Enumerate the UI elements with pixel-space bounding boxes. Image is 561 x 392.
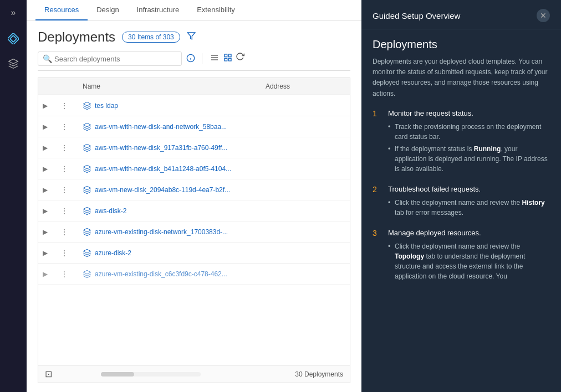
more-icon[interactable]: ⋮ [60, 101, 69, 110]
row-expand-cell[interactable]: ▶ [38, 225, 56, 239]
guided-panel-title: Guided Setup Overview [373, 11, 460, 20]
sidebar-toggle-button[interactable]: » [8, 4, 19, 21]
expand-icon[interactable]: ▶ [43, 228, 48, 236]
tab-extensibility[interactable]: Extensibility [188, 0, 244, 20]
more-icon[interactable]: ⋮ [60, 164, 69, 173]
row-name-cell[interactable]: aws-vm-new-disk_2094ab8c-119d-4ea7-b2f..… [78, 182, 261, 198]
table-row[interactable]: ▶ ⋮ azure-vm-existing-disk-network_17003… [38, 221, 350, 243]
row-expand-cell[interactable]: ▶ [38, 162, 56, 176]
guided-body: Deployments Deployments are your deploye… [361, 29, 561, 301]
row-name-cell[interactable]: azure-vm-existing-disk_c6c3fd9c-c478-462… [78, 266, 261, 282]
row-menu-cell[interactable]: ⋮ [56, 161, 78, 177]
running-text: Running [474, 145, 501, 153]
step-3-content: Manage deployed resources. Click the dep… [388, 229, 550, 283]
guided-section-title: Deployments [373, 38, 550, 51]
expand-icon[interactable]: ▶ [43, 207, 48, 215]
tab-infrastructure[interactable]: Infrastructure [128, 0, 188, 20]
table-row[interactable]: ▶ ⋮ aws-disk-2 [38, 200, 350, 221]
row-expand-cell[interactable]: ▶ [38, 183, 56, 197]
row-expand-cell[interactable]: ▶ [38, 204, 56, 218]
tab-design[interactable]: Design [88, 0, 128, 20]
row-name-cell[interactable]: azure-vm-existing-disk-network_1700383d-… [78, 224, 261, 240]
row-menu-cell[interactable]: ⋮ [56, 224, 78, 240]
row-expand-cell[interactable]: ▶ [38, 267, 56, 281]
info-icon[interactable] [186, 54, 195, 64]
row-menu-cell[interactable]: ⋮ [56, 182, 78, 198]
list-view-icon[interactable] [209, 52, 220, 65]
svg-rect-1 [10, 35, 17, 42]
more-icon[interactable]: ⋮ [60, 249, 69, 257]
more-icon[interactable]: ⋮ [60, 228, 69, 236]
footer-expand-icon[interactable]: ⊡ [45, 369, 52, 379]
row-menu-cell[interactable]: ⋮ [56, 203, 78, 219]
svg-rect-12 [228, 58, 231, 61]
expand-icon[interactable]: ▶ [43, 186, 48, 194]
table-header: Name Address [38, 78, 350, 95]
step-1-content: Monitor the request status. Track the pr… [388, 109, 550, 176]
row-menu-cell[interactable]: ⋮ [56, 98, 78, 114]
table-row[interactable]: ▶ ⋮ azure-disk-2 [38, 243, 350, 264]
row-address-cell [261, 208, 350, 214]
cube-icon[interactable] [8, 53, 19, 78]
h-scrollbar-thumb[interactable] [101, 372, 134, 376]
view-toggle [209, 52, 244, 65]
refresh-icon[interactable] [236, 52, 244, 65]
table-row[interactable]: ▶ ⋮ aws-vm-with-new-disk-and-network_58b… [38, 116, 350, 137]
expand-icon[interactable]: ▶ [43, 165, 48, 173]
table-row[interactable]: ▶ ⋮ azure-vm-existing-disk_c6c3fd9c-c478… [38, 264, 350, 285]
col-expand [38, 82, 56, 90]
close-button[interactable]: ✕ [537, 9, 550, 22]
svg-rect-9 [225, 54, 227, 57]
page-header: Deployments 30 Items of 303 [38, 29, 350, 45]
horizontal-scrollbar[interactable] [101, 372, 201, 376]
row-expand-cell[interactable]: ▶ [38, 246, 56, 260]
step-1: 1 Monitor the request status. Track the … [373, 109, 550, 176]
expand-icon[interactable]: ▶ [43, 144, 48, 152]
footer-count: 30 Deployments [295, 370, 343, 378]
topology-text: Topology [395, 252, 424, 260]
row-name-cell[interactable]: aws-vm-with-new-disk_917a31fb-a760-49ff.… [78, 140, 261, 156]
row-expand-cell[interactable]: ▶ [38, 120, 56, 134]
expand-icon[interactable]: ▶ [43, 102, 48, 110]
step-1-bullet-2: If the deployment status is Running, you… [388, 144, 550, 174]
row-name-cell[interactable]: aws-disk-2 [78, 203, 261, 219]
table-row[interactable]: ▶ ⋮ aws-vm-with-new-disk_b41a1248-a0f5-4… [38, 158, 350, 179]
more-icon[interactable]: ⋮ [60, 185, 69, 194]
table-row[interactable]: ▶ ⋮ aws-vm-with-new-disk_917a31fb-a760-4… [38, 137, 350, 158]
row-menu-cell[interactable]: ⋮ [56, 245, 78, 261]
deployment-name: azure-vm-existing-disk-network_1700383d-… [83, 228, 228, 236]
diamond-icon[interactable] [8, 28, 19, 53]
row-name-cell[interactable]: tes ldap [78, 98, 261, 114]
more-icon[interactable]: ⋮ [60, 270, 69, 278]
guided-description: Deployments are your deployed cloud temp… [373, 56, 550, 99]
row-address-cell [261, 145, 350, 151]
svg-marker-2 [187, 33, 195, 39]
search-input[interactable] [54, 55, 177, 63]
row-name-cell[interactable]: aws-vm-with-new-disk-and-network_58baa..… [78, 119, 261, 135]
row-expand-cell[interactable]: ▶ [38, 141, 56, 155]
expand-icon[interactable]: ▶ [43, 270, 48, 278]
row-address-cell [261, 229, 350, 235]
tab-resources[interactable]: Resources [35, 0, 88, 20]
svg-rect-11 [225, 58, 227, 61]
page-content: Deployments 30 Items of 303 🔍 [27, 20, 361, 392]
row-name-cell[interactable]: aws-vm-with-new-disk_b41a1248-a0f5-4104.… [78, 161, 261, 177]
expand-icon[interactable]: ▶ [43, 123, 48, 131]
history-text: History [522, 199, 544, 207]
table-row[interactable]: ▶ ⋮ tes ldap [38, 95, 350, 116]
row-expand-cell[interactable]: ▶ [38, 99, 56, 113]
row-menu-cell[interactable]: ⋮ [56, 119, 78, 135]
table-row[interactable]: ▶ ⋮ aws-vm-new-disk_2094ab8c-119d-4ea7-b… [38, 179, 350, 200]
row-name-cell[interactable]: azure-disk-2 [78, 245, 261, 261]
sidebar: » [0, 0, 27, 392]
filter-icon[interactable] [187, 32, 196, 43]
more-icon[interactable]: ⋮ [60, 122, 69, 131]
step-1-heading: Monitor the request status. [388, 109, 550, 117]
row-menu-cell[interactable]: ⋮ [56, 140, 78, 156]
expand-icon[interactable]: ▶ [43, 249, 48, 257]
more-icon[interactable]: ⋮ [60, 207, 69, 215]
more-icon[interactable]: ⋮ [60, 143, 69, 152]
grid-view-icon[interactable] [222, 52, 233, 65]
step-2: 2 Troubleshoot failed requests. Click th… [373, 185, 550, 220]
row-menu-cell[interactable]: ⋮ [56, 266, 78, 282]
